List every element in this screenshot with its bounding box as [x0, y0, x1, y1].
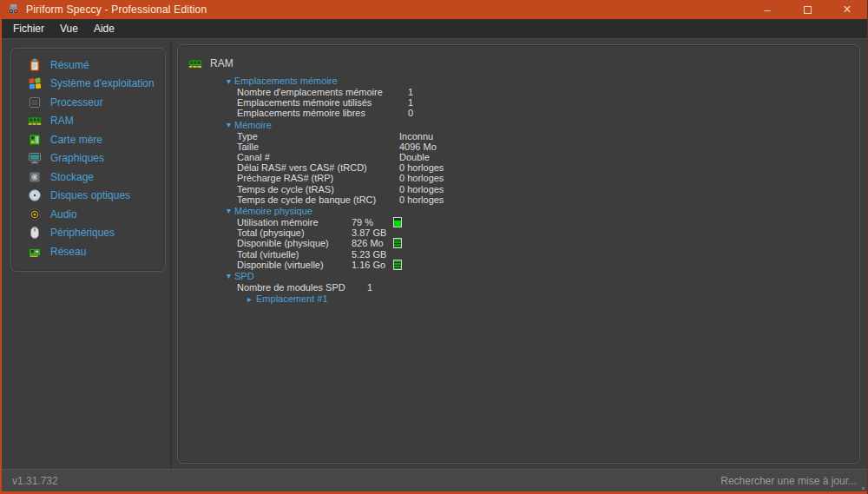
row-label: Nombre de modules SPD [237, 282, 367, 293]
row-label: Temps de cycle de banque (tRC) [237, 194, 399, 205]
minimize-button[interactable]: – [747, 0, 787, 19]
sidebar-item-systeme-exploitation[interactable]: Système d'exploitation [11, 75, 165, 94]
sidebar-item-label: Système d'exploitation [50, 77, 155, 89]
row-label: Utilisation mémoire [237, 217, 352, 227]
ram-icon [28, 114, 42, 128]
row-label: Emplacements mémoire utilisés [237, 97, 408, 108]
row-value: Inconnu [399, 131, 433, 142]
chevron-down-icon: ▾ [227, 120, 231, 129]
info-row: Temps de cycle de banque (tRC) 0 horloge… [237, 194, 859, 205]
sidebar: Résumé Système d'exploitation Processeur [10, 48, 166, 272]
clipboard-icon [28, 58, 42, 72]
close-button[interactable]: × [827, 0, 867, 19]
section-memoire-physique: ▾ Mémoire physique Utilisation mémoire 7… [227, 205, 859, 270]
info-row: Délai RAS# vers CAS# (tRCD) 0 horloges [237, 162, 859, 173]
row-value: 5.23 GB [352, 249, 393, 260]
section-title: Mémoire physique [234, 206, 312, 216]
row-value: 0 horloges [399, 173, 444, 183]
sidebar-item-label: Stockage [50, 171, 94, 183]
info-row: Temps de cycle (tRAS) 0 horloges [237, 184, 859, 194]
row-value: 79 % [352, 217, 393, 227]
sidebar-item-resume[interactable]: Résumé [11, 56, 165, 75]
speaker-icon [28, 207, 42, 221]
row-label: Précharge RAS# (tRP) [237, 173, 399, 183]
panel-splitter[interactable] [170, 40, 172, 469]
sidebar-item-ram[interactable]: RAM [11, 112, 165, 131]
section-emplacements-memoire: ▾ Emplacements mémoire Nombre d'emplacem… [227, 75, 859, 119]
menu-bar: Fichier Vue Aide [2, 19, 867, 39]
mouse-icon [28, 226, 42, 240]
row-label: Canal # [237, 152, 399, 162]
window-title: Piriform Speccy - Professional Edition [26, 3, 207, 16]
row-value: 0 [408, 108, 413, 118]
virtual-available-gauge-icon [393, 260, 402, 270]
section-spd: ▾ SPD Nombre de modules SPD 1 ▸ Emplacem… [227, 270, 859, 305]
section-memoire: ▾ Mémoire Type Inconnu Taille 4096 Mo Ca… [227, 119, 859, 205]
row-label: Total (physique) [237, 227, 352, 238]
page-title: RAM [188, 56, 859, 70]
row-value: 3.87 GB [352, 227, 393, 238]
sidebar-item-label: RAM [50, 115, 74, 127]
spd-slot-1-expander[interactable]: ▸ Emplacement #1 [247, 293, 859, 305]
section-title: SPD [234, 271, 254, 281]
row-value: 0 horloges [399, 194, 444, 205]
section-header[interactable]: ▾ Mémoire [227, 119, 859, 131]
sidebar-item-peripheriques[interactable]: Périphériques [11, 224, 165, 243]
row-label: Taille [237, 142, 399, 152]
ram-icon [188, 56, 202, 70]
resize-grip[interactable] [862, 487, 865, 490]
menu-aide[interactable]: Aide [86, 20, 122, 37]
cpu-icon [28, 96, 42, 109]
optical-disc-icon [28, 188, 42, 202]
info-row: Précharge RAS# (tRP) 0 horloges [237, 173, 859, 183]
maximize-icon [804, 6, 812, 14]
sidebar-item-label: Graphiques [50, 152, 104, 164]
windows-logo-icon [28, 76, 42, 90]
memory-usage-gauge-icon [393, 217, 402, 227]
sidebar-item-label: Périphériques [50, 227, 115, 239]
sidebar-item-label: Disques optiques [50, 189, 130, 201]
ram-detail-panel: RAM ▾ Emplacements mémoire Nombre d'empl… [177, 44, 860, 464]
minimize-icon: – [764, 3, 770, 16]
sidebar-item-disques-optiques[interactable]: Disques optiques [11, 187, 165, 206]
row-value: 0 horloges [399, 162, 444, 173]
sidebar-item-stockage[interactable]: Stockage [11, 168, 165, 187]
section-header[interactable]: ▾ Emplacements mémoire [227, 75, 859, 87]
maximize-button[interactable] [787, 0, 827, 19]
row-value: 1.16 Go [352, 260, 393, 270]
monitor-icon [28, 151, 42, 165]
close-icon: × [843, 2, 851, 17]
sidebar-item-processeur[interactable]: Processeur [11, 93, 165, 112]
chevron-right-icon: ▸ [247, 294, 252, 304]
sidebar-item-reseau[interactable]: Réseau [11, 242, 165, 261]
row-label: Délai RAS# vers CAS# (tRCD) [237, 162, 399, 173]
sidebar-item-graphiques[interactable]: Graphiques [11, 149, 165, 168]
speccy-window: Piriform Speccy - Professional Edition –… [0, 0, 868, 494]
sidebar-item-carte-mere[interactable]: Carte mère [11, 130, 165, 149]
sidebar-item-audio[interactable]: Audio [11, 205, 165, 224]
section-header[interactable]: ▾ Mémoire physique [227, 205, 859, 217]
sidebar-item-label: Réseau [50, 246, 86, 258]
row-label: Nombre d'emplacements mémoire [237, 87, 408, 97]
row-value: 1 [408, 87, 413, 97]
info-row: Emplacements mémoire libres 0 [237, 108, 859, 118]
sidebar-item-label: Résumé [50, 59, 89, 71]
info-row: Total (virtuelle) 5.23 GB [237, 248, 859, 259]
info-row: Disponible (virtuelle) 1.16 Go [237, 260, 859, 270]
row-value: 0 horloges [399, 184, 444, 194]
menu-vue[interactable]: Vue [52, 20, 86, 37]
row-label: Type [237, 131, 399, 142]
check-update-link[interactable]: Rechercher une mise à jour... [720, 475, 857, 487]
menu-fichier[interactable]: Fichier [5, 20, 52, 37]
app-body: Résumé Système d'exploitation Processeur [2, 40, 867, 469]
section-title: Emplacements mémoire [234, 76, 338, 86]
row-value: 826 Mo [352, 238, 393, 248]
title-bar: Piriform Speccy - Professional Edition –… [2, 0, 867, 19]
section-header[interactable]: ▾ SPD [227, 270, 859, 282]
status-bar: v1.31.732 Rechercher une mise à jour... [2, 469, 867, 494]
motherboard-icon [28, 133, 42, 147]
speccy-app-icon [7, 3, 20, 16]
page-title-label: RAM [210, 57, 233, 69]
sidebar-item-label: Processeur [50, 96, 103, 109]
info-row: Nombre de modules SPD 1 [237, 282, 859, 293]
